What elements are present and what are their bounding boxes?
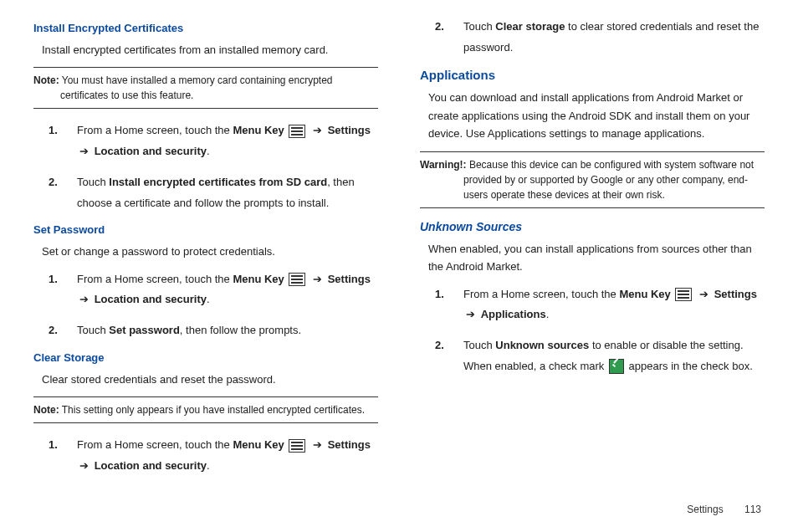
- step-number: 2.: [435, 17, 444, 38]
- step-text: From a Home screen, touch the: [77, 438, 233, 451]
- step-text: From a Home screen, touch the: [77, 273, 233, 285]
- settings-label: Settings: [714, 288, 757, 300]
- step-item: 1. From a Home screen, touch the Menu Ke…: [49, 269, 378, 310]
- step-number: 1.: [49, 435, 58, 456]
- arrow-icon: ➔: [79, 459, 92, 472]
- settings-label: Settings: [328, 273, 371, 285]
- body-clear-storage: Clear stored credentials and reset the p…: [42, 371, 378, 388]
- heading-set-password: Set Password: [33, 223, 378, 236]
- steps-install-encrypted: 1. From a Home screen, touch the Menu Ke…: [49, 120, 378, 213]
- period: .: [546, 308, 550, 320]
- body-install-encrypted: Install encrypted certificates from an i…: [42, 41, 378, 59]
- menu-key-label: Menu Key: [233, 273, 284, 285]
- menu-key-icon: [675, 288, 692, 301]
- body-applications: You can download and install application…: [428, 89, 765, 142]
- location-security-label: Location and security: [95, 145, 207, 157]
- note-clear-storage: Note: This setting only appears if you h…: [33, 396, 378, 423]
- period: .: [207, 145, 210, 157]
- period: .: [207, 293, 210, 305]
- step-text: From a Home screen, touch the: [463, 288, 619, 300]
- step-item: 2. Touch Set password, then follow the p…: [49, 320, 378, 341]
- right-column: 2. Touch Clear storage to clear stored c…: [420, 17, 765, 487]
- steps-clear-storage-cont: 2. Touch Clear storage to clear stored c…: [435, 17, 765, 58]
- steps-unknown-sources: 1. From a Home screen, touch the Menu Ke…: [435, 284, 765, 377]
- menu-key-icon: [289, 125, 305, 138]
- step-number: 2.: [435, 335, 444, 356]
- step-item: 1. From a Home screen, touch the Menu Ke…: [435, 284, 765, 325]
- note-install-encrypted: Note: You must have installed a memory c…: [33, 67, 378, 109]
- set-password-label: Set password: [109, 324, 180, 336]
- step-number: 1.: [49, 120, 58, 141]
- period: .: [207, 459, 210, 472]
- checkmark-icon: [609, 359, 624, 374]
- step-text: Touch: [77, 324, 109, 336]
- step-item: 2. Touch Install encrypted certificates …: [49, 172, 378, 213]
- step-number: 2.: [49, 320, 58, 341]
- step-item: 1. From a Home screen, touch the Menu Ke…: [49, 435, 378, 476]
- unknown-sources-label: Unknown sources: [495, 339, 589, 351]
- warning-label: Warning!:: [420, 159, 467, 171]
- body-set-password: Set or change a password to protect cred…: [42, 243, 378, 260]
- footer-page-number: 113: [744, 504, 761, 515]
- location-security-label: Location and security: [95, 293, 207, 305]
- note-label: Note:: [33, 74, 59, 86]
- heading-install-encrypted: Install Encrypted Certificates: [33, 22, 378, 34]
- arrow-icon: ➔: [79, 293, 92, 305]
- heading-unknown-sources: Unknown Sources: [420, 220, 765, 233]
- step-text: Touch: [77, 176, 109, 188]
- install-sd-label: Install encrypted certificates from SD c…: [109, 176, 327, 188]
- warning-applications: Warning!: Because this device can be con…: [420, 151, 765, 208]
- step-item: 1. From a Home screen, touch the Menu Ke…: [49, 120, 378, 161]
- warning-text: Because this device can be configured wi…: [463, 159, 754, 201]
- body-unknown-sources: When enabled, you can install applicatio…: [428, 240, 765, 276]
- step-item: 2. Touch Unknown sources to enable or di…: [435, 335, 765, 376]
- clear-storage-label: Clear storage: [495, 20, 565, 33]
- heading-applications: Applications: [420, 68, 765, 82]
- applications-label: Applications: [481, 308, 546, 320]
- left-column: Install Encrypted Certificates Install e…: [33, 17, 378, 487]
- steps-clear-storage: 1. From a Home screen, touch the Menu Ke…: [49, 435, 378, 476]
- arrow-icon: ➔: [313, 124, 325, 136]
- step-number: 2.: [49, 172, 58, 193]
- step-text: Touch: [463, 339, 495, 351]
- step-text: From a Home screen, touch the: [77, 124, 233, 136]
- step-text-tail: appears in the check box.: [629, 360, 753, 372]
- menu-key-label: Menu Key: [233, 124, 284, 136]
- arrow-icon: ➔: [313, 273, 325, 285]
- step-number: 1.: [49, 269, 58, 290]
- steps-set-password: 1. From a Home screen, touch the Menu Ke…: [49, 269, 378, 341]
- arrow-icon: ➔: [79, 145, 92, 157]
- step-text: Touch: [463, 20, 495, 33]
- page-footer: Settings 113: [687, 504, 761, 515]
- arrow-icon: ➔: [699, 288, 712, 300]
- location-security-label: Location and security: [95, 459, 207, 472]
- note-text: You must have installed a memory card co…: [59, 74, 333, 101]
- menu-key-label: Menu Key: [233, 438, 284, 451]
- note-label: Note:: [33, 404, 59, 416]
- menu-key-icon: [289, 273, 305, 286]
- footer-section: Settings: [687, 504, 723, 515]
- settings-label: Settings: [328, 124, 371, 136]
- menu-key-icon: [289, 439, 305, 453]
- note-text: This setting only appears if you have in…: [59, 404, 365, 416]
- arrow-icon: ➔: [466, 308, 478, 320]
- settings-label: Settings: [328, 438, 371, 451]
- step-text-tail: , then follow the prompts.: [180, 324, 301, 336]
- heading-clear-storage: Clear Storage: [33, 351, 378, 364]
- step-item: 2. Touch Clear storage to clear stored c…: [435, 17, 765, 58]
- step-number: 1.: [435, 284, 444, 305]
- menu-key-label: Menu Key: [619, 288, 670, 300]
- arrow-icon: ➔: [313, 438, 325, 451]
